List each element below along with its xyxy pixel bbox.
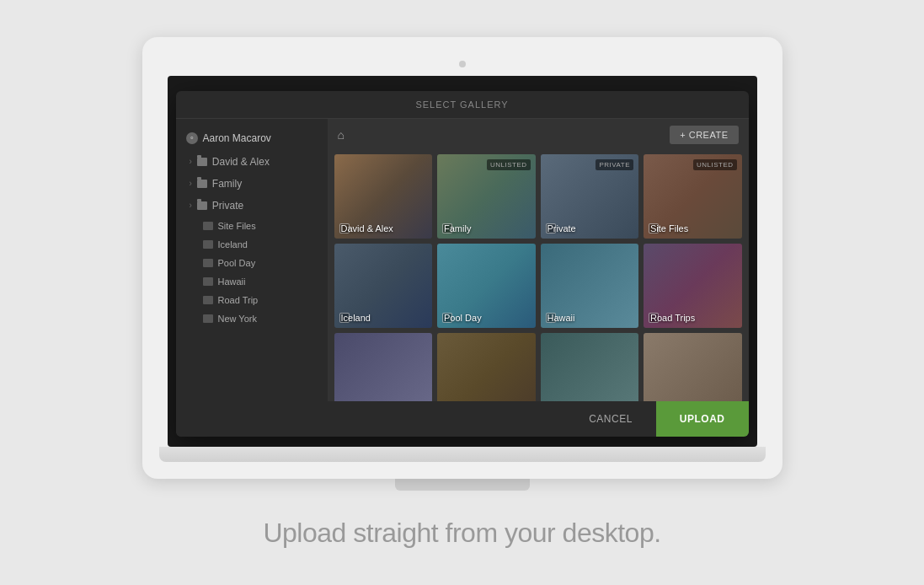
tagline: Upload straight from your desktop. <box>263 518 660 549</box>
cancel-button[interactable]: CANCEL <box>565 401 656 437</box>
sidebar-label: Site Files <box>218 221 256 231</box>
sidebar-item-hawaii[interactable]: Hawaii <box>176 272 328 291</box>
dialog-footer: CANCEL UPLOAD <box>176 401 749 437</box>
sidebar: ⚬ Aaron Macarov › David & Alex › Family <box>176 119 328 401</box>
unlisted-badge: UNLISTED <box>693 159 737 170</box>
private-badge: PRIVATE <box>596 159 633 170</box>
gallery-item[interactable]: UNLISTED Site Files <box>644 154 742 239</box>
gallery-item-label: Road Trips <box>650 313 695 323</box>
unlisted-badge: UNLISTED <box>487 159 531 170</box>
photo-icon <box>203 222 213 230</box>
sidebar-item-road-trip[interactable]: Road Trip <box>176 291 328 309</box>
sidebar-item-iceland[interactable]: Iceland <box>176 235 328 254</box>
sidebar-label: Iceland <box>218 239 248 250</box>
gallery-item[interactable]: Pool Day <box>437 244 536 328</box>
gallery-item[interactable]: Road Trips <box>644 244 742 328</box>
home-icon[interactable]: ⌂ <box>338 128 344 142</box>
gallery-item-label: Private <box>547 223 576 233</box>
photo-icon <box>203 296 213 304</box>
gallery-item[interactable]: PRIVATE Private <box>541 154 639 239</box>
sidebar-item-private[interactable]: › Private <box>176 195 328 217</box>
folder-icon <box>197 180 207 188</box>
dialog-title: SELECT GALLERY <box>176 91 749 119</box>
content-toolbar: ⌂ + CREATE <box>328 119 749 151</box>
laptop-base <box>159 447 766 462</box>
chevron-icon: › <box>190 201 192 210</box>
chevron-icon: › <box>190 179 192 188</box>
sidebar-label: Pool Day <box>218 258 256 268</box>
gallery-item-label: Pool Day <box>444 313 482 323</box>
sidebar-user: ⚬ Aaron Macarov <box>176 126 328 151</box>
sidebar-item-pool-day[interactable]: Pool Day <box>176 254 328 272</box>
upload-button[interactable]: UPLOAD <box>656 401 749 437</box>
dialog-body: ⚬ Aaron Macarov › David & Alex › Family <box>176 119 749 401</box>
sidebar-label: Road Trip <box>218 295 259 305</box>
sidebar-label: Private <box>212 200 243 212</box>
laptop-screen: SELECT GALLERY ⚬ Aaron Macarov › David &… <box>168 76 757 447</box>
create-button[interactable]: + CREATE <box>670 126 738 144</box>
user-icon: ⚬ <box>186 132 198 144</box>
sidebar-item-new-york[interactable]: New York <box>176 309 328 328</box>
sidebar-item-site-files[interactable]: Site Files <box>176 217 328 235</box>
gallery-item[interactable]: San Francisco <box>541 333 639 401</box>
chevron-icon: › <box>190 157 192 166</box>
camera-dot <box>459 61 466 67</box>
gallery-item[interactable]: Amazing Bridges <box>437 333 536 401</box>
gallery-main: ⌂ + CREATE David & Alex <box>328 119 749 401</box>
gallery-item-label: Iceland <box>341 313 371 323</box>
laptop-body: SELECT GALLERY ⚬ Aaron Macarov › David &… <box>142 37 782 479</box>
select-gallery-dialog: SELECT GALLERY ⚬ Aaron Macarov › David &… <box>176 91 749 437</box>
laptop-container: SELECT GALLERY ⚬ Aaron Macarov › David &… <box>142 37 782 491</box>
gallery-item[interactable]: UNLISTED Family <box>437 154 536 239</box>
gallery-item-label: Site Files <box>650 223 688 233</box>
gallery-item[interactable]: Hawaii <box>541 244 639 328</box>
photo-icon <box>203 240 213 249</box>
folder-icon <box>197 158 207 166</box>
sidebar-label: New York <box>218 314 257 324</box>
sidebar-item-family[interactable]: › Family <box>176 173 328 195</box>
username: Aaron Macarov <box>203 132 271 144</box>
gallery-item-label: Hawaii <box>547 313 575 323</box>
gallery-item-label: David & Alex <box>341 223 393 233</box>
sidebar-item-david-alex[interactable]: › David & Alex <box>176 151 328 173</box>
gallery-item[interactable]: David & Alex <box>334 154 433 239</box>
photo-icon <box>203 314 213 323</box>
gallery-item[interactable]: Doggies <box>644 333 742 401</box>
gallery-item[interactable]: Iceland <box>334 244 433 328</box>
sidebar-label: Hawaii <box>218 276 246 287</box>
laptop-stand <box>395 479 530 491</box>
gallery-item[interactable]: New York <box>334 333 433 401</box>
gallery-item-label: Family <box>444 223 471 233</box>
photo-icon <box>203 277 213 286</box>
sidebar-label: Family <box>212 178 242 190</box>
sidebar-label: David & Alex <box>212 156 270 168</box>
folder-icon <box>197 201 207 210</box>
gallery-grid: David & Alex UNLISTED Family <box>328 151 749 401</box>
photo-icon <box>203 259 213 267</box>
